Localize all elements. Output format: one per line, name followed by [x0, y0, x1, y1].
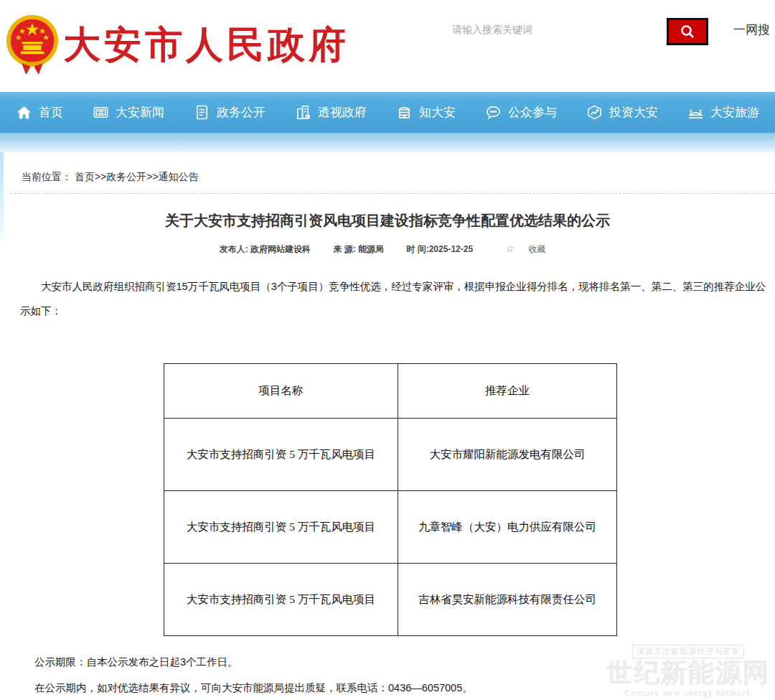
table-cell-company: 吉林省昊安新能源科技有限责任公司	[398, 564, 617, 636]
nav-item-public-participation[interactable]: 公众参与	[485, 104, 557, 121]
search-input[interactable]	[452, 19, 617, 40]
nav-item-gov-disclosure[interactable]: 政务公开	[194, 104, 266, 121]
article-meta: 发布人: 政府网站建设科 来 源: 能源局 时 间:2025-12-25 ☆ 收…	[0, 243, 775, 256]
table-cell-project: 大安市支持招商引资 5 万千瓦风电项目	[164, 491, 398, 564]
nav-label: 投资大安	[609, 104, 658, 121]
nav-label: 大安新闻	[116, 104, 164, 121]
left-edge-decoration	[0, 152, 4, 246]
watermark-subtitle: Century new energy network	[606, 687, 771, 699]
result-table: 项目名称 推荐企业 大安市支持招商引资 5 万千瓦风电项目 大安市耀阳新能源发电…	[164, 363, 617, 636]
watermark-tagline: 深度关注新能源经济与变革	[632, 645, 744, 658]
table-cell-company: 九章智峰（大安）电力供应有限公司	[398, 491, 617, 564]
table-header-project: 项目名称	[164, 364, 398, 419]
site-title: 大安市人民政府	[63, 20, 349, 70]
onesearch-link[interactable]: 一网搜	[733, 22, 770, 38]
chat-bubble-icon	[485, 104, 502, 121]
news-icon	[93, 104, 109, 121]
pavilion-icon	[396, 104, 413, 121]
watermark-title: 世纪新能源网	[606, 658, 771, 687]
table-header-company: 推荐企业	[398, 364, 617, 419]
nav-label: 公众参与	[508, 104, 557, 121]
national-emblem-logo	[6, 14, 59, 75]
nav-label: 知大安	[419, 104, 456, 121]
article-content: 当前位置： 首页>>政务公开>>通知公告 关于大安市支持招商引资风电项目建设指标…	[0, 152, 775, 700]
nav-item-news[interactable]: 大安新闻	[93, 104, 164, 121]
main-nav: 首页 大安新闻 政务公开	[0, 92, 775, 133]
bridge-icon	[687, 104, 704, 121]
search-button[interactable]	[667, 18, 708, 45]
article-body: 大安市人民政府组织招商引资15万千瓦风电项目（3个子项目）竞争性优选，经过专家评…	[20, 274, 766, 323]
document-icon	[194, 104, 210, 121]
favorite-label: 收藏	[528, 244, 545, 254]
star-outline-icon: ☆	[505, 243, 515, 254]
table-cell-project: 大安市支持招商引资 5 万千瓦风电项目	[164, 564, 398, 636]
nav-label: 政务公开	[217, 104, 266, 121]
nav-label: 首页	[39, 104, 63, 121]
nav-item-know-daan[interactable]: 知大安	[396, 104, 456, 121]
article-title: 关于大安市支持招商引资风电项目建设指标竞争性配置优选结果的公示	[0, 211, 775, 230]
nav-label: 大安旅游	[710, 104, 759, 121]
home-icon	[16, 104, 32, 121]
meta-source: 来 源: 能源局	[333, 244, 384, 254]
nav-item-daan-tourism[interactable]: 大安旅游	[687, 104, 759, 121]
nav-item-home[interactable]: 首页	[16, 104, 63, 121]
favorite-button[interactable]: ☆ 收藏	[495, 244, 555, 254]
nav-label: 透视政府	[318, 104, 367, 121]
nav-item-gov-transparency[interactable]: 透视政府	[295, 104, 367, 121]
breadcrumb-path[interactable]: 首页>>政务公开>>通知公告	[75, 171, 199, 182]
page: 大安市人民政府 一网搜 首页 大安新闻	[0, 0, 775, 700]
table-row: 大安市支持招商引资 5 万千瓦风电项目 大安市耀阳新能源发电有限公司	[164, 419, 617, 491]
table-row: 大安市支持招商引资 5 万千瓦风电项目 九章智峰（大安）电力供应有限公司	[164, 491, 617, 564]
meta-time: 时 间:2025-12-25	[406, 244, 473, 254]
divider	[10, 193, 775, 194]
table-row: 大安市支持招商引资 5 万千瓦风电项目 吉林省昊安新能源科技有限责任公司	[164, 564, 617, 636]
watermark: 深度关注新能源经济与变革 世纪新能源网 Century new energy n…	[606, 644, 771, 699]
meta-publisher: 发布人: 政府网站建设科	[220, 244, 311, 254]
table-cell-project: 大安市支持招商引资 5 万千瓦风电项目	[164, 419, 398, 491]
site-header: 大安市人民政府 一网搜	[0, 0, 775, 92]
search-icon	[679, 23, 696, 40]
gov-building-icon	[295, 104, 311, 121]
breadcrumb-label: 当前位置：	[22, 171, 72, 182]
invest-chart-icon	[586, 104, 603, 121]
nav-item-invest-daan[interactable]: 投资大安	[586, 104, 658, 121]
table-header-row: 项目名称 推荐企业	[164, 364, 617, 419]
table-cell-company: 大安市耀阳新能源发电有限公司	[398, 419, 617, 491]
breadcrumb: 当前位置： 首页>>政务公开>>通知公告	[0, 152, 775, 184]
cloud-banner	[0, 133, 775, 152]
